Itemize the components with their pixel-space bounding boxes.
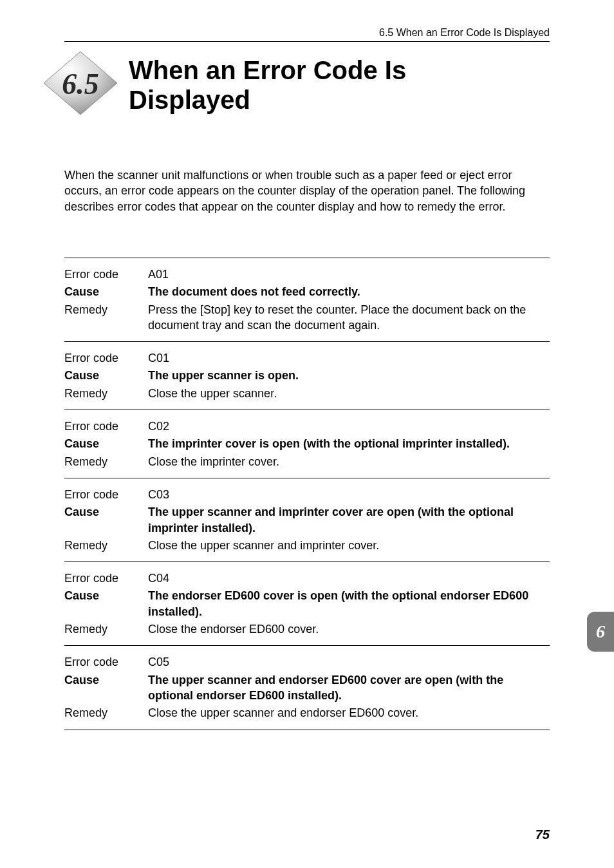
error-cause-value: The upper scanner and endorser ED600 cov…: [148, 672, 550, 704]
error-row: RemedyClose the upper scanner and imprin…: [64, 538, 550, 553]
error-row: Error codeC04: [64, 571, 550, 586]
error-block: Error codeC02CauseThe imprinter cover is…: [64, 410, 550, 478]
error-code-value: C03: [148, 487, 550, 502]
error-row: Error codeC02: [64, 419, 550, 434]
error-block: Error codeC01CauseThe upper scanner is o…: [64, 341, 550, 410]
error-row: CauseThe document does not feed correctl…: [64, 284, 550, 299]
error-row: RemedyClose the upper scanner.: [64, 386, 550, 401]
chapter-tab-number: 6: [596, 621, 605, 642]
section-title: When an Error Code Is Displayed: [129, 55, 406, 115]
error-row: Error codeA01: [64, 267, 550, 282]
error-code-label: Error code: [64, 267, 148, 282]
error-code-value: C04: [148, 571, 550, 586]
error-row: CauseThe upper scanner is open.: [64, 368, 550, 383]
error-code-value: C01: [148, 350, 550, 366]
error-remedy-label: Remedy: [64, 621, 148, 637]
section-title-line-2: Displayed: [129, 86, 250, 114]
error-row: RemedyClose the upper scanner and endors…: [64, 705, 550, 721]
error-row: CauseThe imprinter cover is open (with t…: [64, 436, 550, 451]
error-remedy-value: Close the upper scanner and endorser ED6…: [148, 705, 550, 721]
page-number: 75: [535, 827, 550, 842]
error-remedy-label: Remedy: [64, 386, 148, 401]
error-block: Error codeC03CauseThe upper scanner and …: [64, 478, 550, 561]
error-code-label: Error code: [64, 487, 148, 502]
intro-paragraph: When the scanner unit malfunctions or wh…: [64, 167, 550, 214]
error-remedy-value: Close the upper scanner.: [148, 386, 550, 401]
error-remedy-value: Close the endorser ED600 cover.: [148, 621, 550, 637]
error-remedy-value: Press the [Stop] key to reset the counte…: [148, 302, 550, 334]
error-code-list: Error codeA01CauseThe document does not …: [64, 258, 550, 730]
error-row: CauseThe endorser ED600 cover is open (w…: [64, 588, 550, 619]
error-row: Error codeC05: [64, 654, 550, 670]
error-remedy-label: Remedy: [64, 302, 148, 317]
error-block: Error codeA01CauseThe document does not …: [64, 258, 550, 341]
error-cause-label: Cause: [64, 504, 148, 520]
error-remedy-value: Close the imprinter cover.: [148, 454, 550, 469]
error-row: Error codeC01: [64, 350, 550, 366]
error-cause-label: Cause: [64, 284, 148, 299]
error-row: RemedyClose the endorser ED600 cover.: [64, 621, 550, 637]
error-remedy-value: Close the upper scanner and imprinter co…: [148, 538, 550, 553]
error-row: CauseThe upper scanner and endorser ED60…: [64, 672, 550, 704]
error-block: Error codeC05CauseThe upper scanner and …: [64, 645, 550, 730]
error-code-label: Error code: [64, 571, 148, 586]
error-code-value: C05: [148, 654, 550, 670]
section-number-text: 6.5: [62, 68, 99, 100]
chapter-tab: 6: [587, 612, 614, 652]
section-title-line-1: When an Error Code Is: [129, 56, 406, 84]
error-code-label: Error code: [64, 350, 148, 366]
error-cause-label: Cause: [64, 436, 148, 451]
error-row: Error codeC03: [64, 487, 550, 502]
error-block: Error codeC04CauseThe endorser ED600 cov…: [64, 561, 550, 645]
error-row: RemedyPress the [Stop] key to reset the …: [64, 302, 550, 334]
error-cause-value: The imprinter cover is open (with the op…: [148, 436, 550, 451]
error-cause-label: Cause: [64, 368, 148, 383]
section-number-badge: 6.5: [39, 48, 122, 118]
error-code-value: A01: [148, 267, 550, 282]
error-cause-label: Cause: [64, 672, 148, 688]
error-remedy-label: Remedy: [64, 705, 148, 721]
error-row: CauseThe upper scanner and imprinter cov…: [64, 504, 550, 536]
running-header: 6.5 When an Error Code Is Displayed: [64, 27, 550, 42]
error-cause-label: Cause: [64, 588, 148, 603]
error-code-label: Error code: [64, 419, 148, 434]
error-code-value: C02: [148, 419, 550, 434]
error-cause-value: The upper scanner and imprinter cover ar…: [148, 504, 550, 536]
error-cause-value: The document does not feed correctly.: [148, 284, 550, 299]
error-cause-value: The upper scanner is open.: [148, 368, 550, 383]
error-remedy-label: Remedy: [64, 538, 148, 553]
error-remedy-label: Remedy: [64, 454, 148, 469]
error-code-label: Error code: [64, 654, 148, 670]
error-row: RemedyClose the imprinter cover.: [64, 454, 550, 469]
error-cause-value: The endorser ED600 cover is open (with t…: [148, 588, 550, 619]
